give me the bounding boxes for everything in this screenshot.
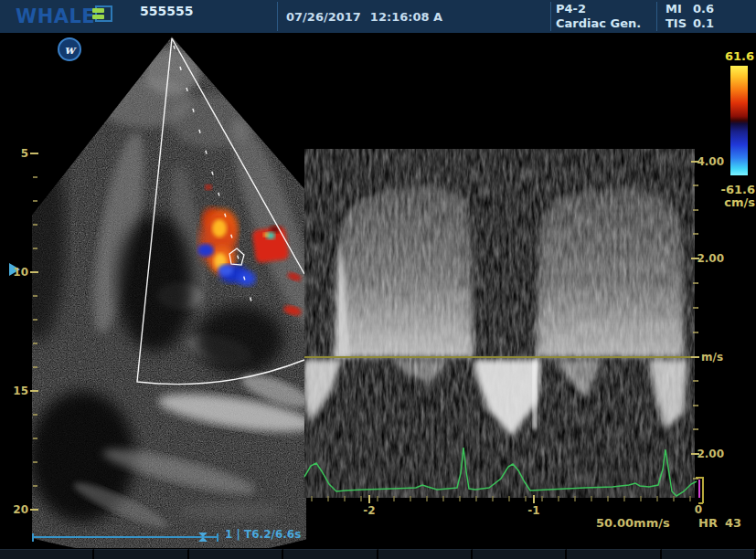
heart-rate-label: HR	[698, 516, 718, 530]
time-label-zero: 0	[687, 503, 709, 516]
tis-label: TIS	[665, 16, 693, 31]
menu-segment-2[interactable]	[94, 549, 188, 559]
imaging-graphics	[0, 0, 756, 559]
velocity-label-2: 2.00	[687, 252, 724, 265]
depth-label-5: 5	[7, 147, 28, 160]
probe-name: P4-2	[556, 2, 641, 16]
mi-label: MI	[665, 2, 693, 16]
header-divider	[550, 2, 551, 31]
date-text: 07/26/2017	[286, 10, 361, 24]
menu-segment-3[interactable]	[189, 549, 283, 559]
mi-value: 0.6	[693, 2, 714, 16]
menu-segment-4[interactable]	[283, 549, 378, 559]
tis-value: 0.1	[693, 16, 714, 31]
brand-icon	[91, 4, 114, 27]
probe-display: P4-2 Cardiac Gen.	[556, 2, 641, 31]
menu-segment-5[interactable]	[378, 549, 473, 559]
velocity-unit-label: m/s	[701, 351, 729, 364]
sweep-speed-label: 50.00mm/s	[596, 516, 670, 530]
cine-frame-label: 1 | T6.2/6.6s	[225, 528, 301, 541]
menu-segment-6[interactable]	[473, 549, 567, 559]
bottom-menu-bar	[0, 549, 756, 559]
colorbar-unit-label: cm/s	[715, 195, 755, 209]
menu-segment-7[interactable]	[567, 549, 661, 559]
velocity-label-neg2: 2.00	[687, 448, 724, 460]
heart-rate-value: 43	[725, 516, 741, 530]
depth-label-15: 15	[7, 385, 28, 397]
colorbar-min-label: -61.6	[715, 183, 755, 196]
depth-label-20: 20	[7, 503, 28, 516]
datetime-display: 07/26/201712:16:08 A	[286, 10, 452, 24]
time-text: 12:16:08 A	[370, 10, 442, 24]
velocity-label-4: 4.00	[687, 155, 724, 168]
header-divider	[656, 2, 657, 31]
preset-name: Cardiac Gen.	[556, 16, 641, 31]
color-scale-bar	[730, 66, 748, 175]
watermark-logo: w	[58, 37, 81, 61]
patient-id-field[interactable]: 555555	[140, 4, 193, 18]
acoustic-output-display: MI0.6 TIS0.1	[665, 2, 714, 31]
sweep-marker	[698, 480, 700, 498]
depth-label-10: 10	[7, 266, 28, 279]
colorbar-max-label: 61.6	[718, 49, 754, 63]
spectral-display[interactable]	[304, 149, 695, 498]
time-label-neg1: -1	[523, 504, 545, 517]
time-label-neg2: -2	[358, 504, 380, 517]
ultrasound-screen: WHALE 555555 07/26/201712:16:08 A P4-2 C…	[0, 0, 756, 559]
menu-segment-1[interactable]	[0, 549, 94, 559]
header-divider	[277, 2, 278, 31]
header-bar: WHALE 555555 07/26/201712:16:08 A P4-2 C…	[0, 0, 756, 33]
menu-segment-8[interactable]	[662, 549, 756, 559]
brand-logo: WHALE	[16, 5, 95, 27]
